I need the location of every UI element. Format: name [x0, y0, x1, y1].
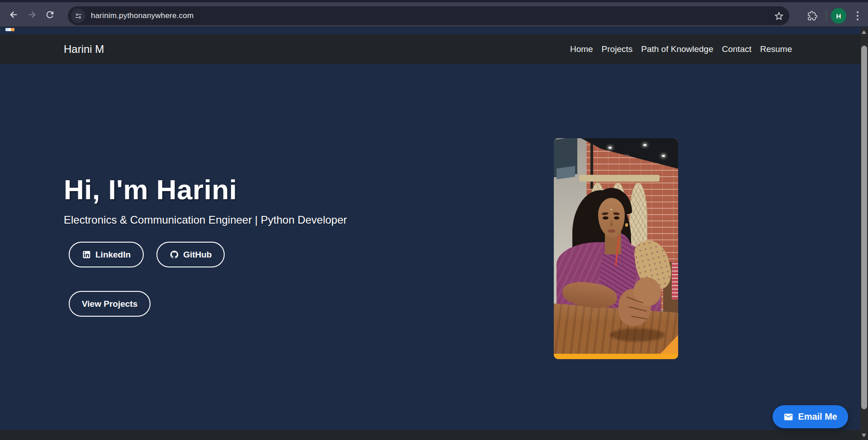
profile-avatar[interactable]: H — [831, 8, 846, 23]
bookmark-star-icon — [774, 11, 784, 21]
photo-eyebrow — [613, 212, 620, 215]
hero-heading: Hi, I'm Harini — [64, 175, 237, 204]
url-text[interactable]: harinim.pythonanywhere.com — [91, 11, 193, 20]
photo-hand-shadow — [610, 328, 665, 342]
email-me-label: Email Me — [798, 412, 837, 422]
address-bar[interactable]: harinim.pythonanywhere.com — [68, 6, 789, 25]
navbar-brand[interactable]: Harini M — [64, 43, 104, 56]
nav-link-resume[interactable]: Resume — [760, 44, 792, 54]
photo-ceiling-light — [609, 147, 612, 149]
nav-link-contact[interactable]: Contact — [722, 44, 751, 54]
navbar-links: Home Projects Path of Knowledge Contact … — [570, 44, 792, 54]
linkedin-button[interactable]: LinkedIn — [69, 242, 144, 267]
bookmark-button[interactable] — [770, 7, 788, 24]
vertical-scrollbar[interactable] — [860, 28, 868, 440]
photo-eye — [603, 216, 608, 220]
linkedin-icon — [82, 250, 91, 259]
linkedin-button-label: LinkedIn — [95, 250, 131, 260]
kebab-dot — [857, 19, 859, 20]
photo-bindi — [610, 209, 612, 211]
github-icon — [170, 250, 179, 259]
github-button-label: GitHub — [183, 250, 212, 260]
forward-arrow-icon — [27, 9, 37, 20]
photo-lips — [608, 229, 615, 233]
forward-button[interactable] — [23, 5, 41, 23]
scroll-up-arrow-icon[interactable] — [862, 30, 866, 34]
cta-row: View Projects — [69, 291, 151, 317]
social-buttons-row: LinkedIn GitHub — [69, 242, 225, 267]
site-navbar: Harini M Home Projects Path of Knowledge… — [0, 34, 868, 64]
profile-photo — [554, 138, 678, 359]
back-button[interactable] — [5, 5, 23, 23]
photo-nose — [610, 219, 613, 227]
email-me-button[interactable]: Email Me — [773, 405, 848, 428]
photo-orange-strip — [554, 354, 678, 359]
photo-eyebrow — [602, 212, 609, 215]
browser-menu-button[interactable] — [850, 7, 865, 25]
photo-picture-frame — [557, 166, 575, 179]
site-settings-icon — [74, 12, 83, 20]
toolbar-right-cluster: H — [803, 6, 868, 25]
extensions-puzzle-icon — [807, 11, 817, 21]
page-content: Harini M Home Projects Path of Knowledge… — [0, 28, 868, 440]
photo-red-cloth — [672, 262, 678, 300]
photo-screen-rail — [579, 175, 660, 182]
github-button[interactable]: GitHub — [156, 242, 225, 267]
browser-toolbar: harinim.pythonanywhere.com H — [0, 2, 868, 27]
refresh-icon — [45, 9, 55, 20]
extensions-button[interactable] — [803, 7, 821, 25]
kebab-dot — [857, 11, 859, 13]
photo-eye — [614, 216, 619, 220]
nav-link-home[interactable]: Home — [570, 44, 593, 54]
scrollbar-thumb[interactable] — [861, 46, 867, 409]
view-projects-label: View Projects — [82, 299, 137, 309]
nav-link-path-of-knowledge[interactable]: Path of Knowledge — [641, 44, 713, 54]
photo-ceiling-light — [662, 155, 665, 157]
kebab-dot — [857, 15, 859, 17]
hero-subtitle: Electronics & Communication Engineer | P… — [64, 214, 347, 226]
photo-ceiling-light — [643, 144, 646, 146]
nav-link-projects[interactable]: Projects — [602, 44, 633, 54]
view-projects-button[interactable]: View Projects — [69, 291, 151, 317]
browser-window: harinim.pythonanywhere.com H Harini M Ho… — [0, 0, 868, 440]
refresh-button[interactable] — [41, 5, 59, 23]
next-section-edge — [0, 430, 868, 440]
back-arrow-icon — [9, 9, 19, 20]
envelope-icon — [783, 412, 793, 422]
scroll-down-arrow-icon[interactable] — [862, 434, 866, 437]
page-artifact — [5, 28, 14, 31]
site-settings-button[interactable] — [71, 9, 85, 23]
toolbar-separator — [826, 11, 826, 21]
